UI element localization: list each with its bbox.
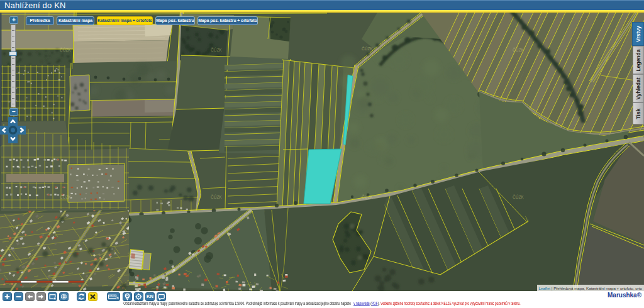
svg-text:ČÚZK: ČÚZK xyxy=(211,47,222,52)
svg-text:ČÚZK: ČÚZK xyxy=(60,194,71,199)
svg-text:ČÚZK: ČÚZK xyxy=(513,47,524,52)
svg-text:ČÚZK: ČÚZK xyxy=(362,46,373,51)
svg-text:ČÚZK: ČÚZK xyxy=(60,47,71,52)
svg-text:ČÚZK: ČÚZK xyxy=(362,194,373,199)
svg-text:ČÚZK: ČÚZK xyxy=(211,194,222,199)
svg-text:ČÚZK: ČÚZK xyxy=(513,194,524,199)
